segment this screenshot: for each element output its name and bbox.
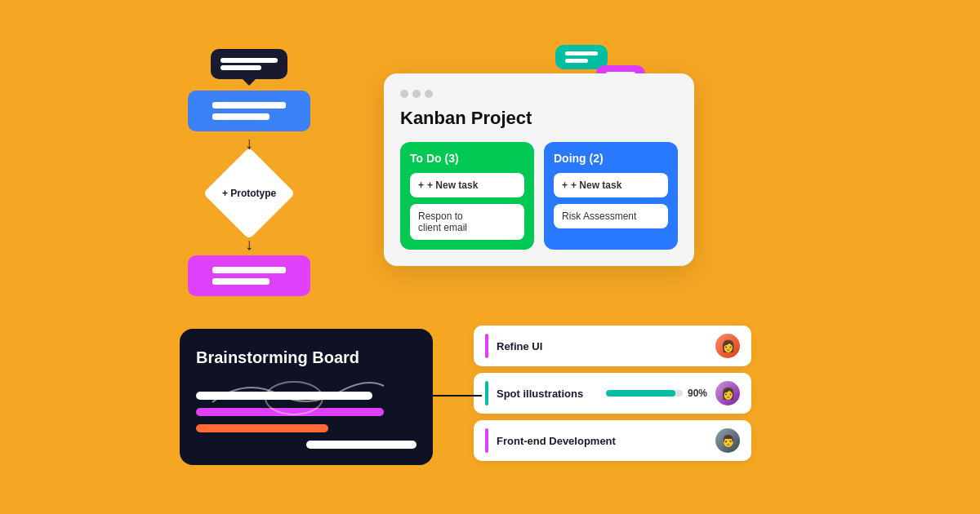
kanban-task-card: Respon to client email — [410, 204, 524, 240]
svg-point-0 — [265, 382, 323, 414]
flowchart: ↓ + Prototype ↓ — [188, 49, 310, 296]
avatar-img3: 👨 — [715, 428, 740, 453]
flow-rect-pink — [188, 255, 310, 296]
kanban-new-task-btn[interactable]: + + New task — [410, 173, 524, 197]
brainstorm-card: Brainstorming Board — [180, 329, 433, 465]
kanban-dot — [425, 90, 433, 98]
task-item-frontend: Front-end Development 👨 — [474, 420, 751, 461]
task-bar-accent3 — [485, 428, 488, 453]
progress-bg — [606, 390, 683, 397]
task-avatar2: 👩 — [715, 381, 740, 405]
flow-arrow-down2: ↓ — [245, 236, 253, 252]
flow-diamond-label: + Prototype — [222, 188, 276, 199]
task-avatar3: 👨 — [715, 428, 740, 453]
task-item-refine-ui: Refine UI 👩 — [474, 326, 751, 366]
flow-rect-line — [212, 278, 270, 285]
task-bar-accent — [485, 334, 488, 358]
task-bar-accent2 — [485, 381, 488, 405]
kanban-task-card2: Risk Assessment — [554, 204, 668, 228]
kanban-doing-title: Doing (2) — [554, 152, 668, 165]
task-label3: Front-end Development — [497, 435, 707, 447]
progress-fill — [606, 390, 675, 397]
avatar-img: 👩 — [715, 334, 740, 358]
kanban-todo-col: To Do (3) + + New task Respon to client … — [400, 142, 534, 250]
kanban-dot — [412, 90, 421, 98]
flow-rect-line — [212, 267, 286, 273]
flow-rect-blue — [188, 91, 310, 131]
flow-rect-line — [212, 102, 286, 109]
task-item-spot-illustrations: Spot illustrations 90% 👩 — [474, 373, 751, 414]
task-avatar: 👩 — [715, 334, 740, 358]
flow-diamond: + Prototype — [203, 147, 295, 239]
kanban-new-task-btn2[interactable]: + + New task — [554, 173, 668, 197]
bubble-line — [565, 51, 598, 55]
kanban-columns: To Do (3) + + New task Respon to client … — [400, 142, 678, 250]
connector-line — [433, 383, 482, 408]
chat-line — [220, 65, 261, 70]
task-pct: 90% — [688, 388, 707, 399]
flow-rect-line — [212, 113, 270, 120]
b-line-orange — [196, 424, 328, 432]
brainstorm-title: Brainstorming Board — [196, 348, 416, 367]
task-label: Refine UI — [497, 340, 707, 352]
avatar-img2: 👩 — [715, 381, 740, 405]
flow-chat-bubble — [211, 49, 287, 79]
kanban-card: Kanban Project To Do (3) + + New task Re… — [384, 73, 694, 266]
swirl-decoration — [196, 370, 392, 419]
task-label2: Spot illustrations — [497, 388, 598, 400]
kanban-doing-col: Doing (2) + + New task Risk Assessment — [544, 142, 678, 250]
kanban-window-dots — [400, 90, 678, 98]
task-list: Refine UI 👩 Spot illustrations 90% 👩 Fro… — [474, 326, 751, 461]
kanban-title: Kanban Project — [400, 108, 678, 129]
bubble-line — [565, 59, 588, 63]
chat-line — [220, 58, 278, 63]
kanban-todo-title: To Do (3) — [410, 152, 524, 165]
kanban-dot — [400, 90, 408, 98]
b-line-white2 — [306, 441, 416, 449]
task-progress: 90% — [606, 388, 707, 399]
plus-icon2: + — [562, 179, 568, 191]
plus-icon: + — [418, 179, 424, 191]
